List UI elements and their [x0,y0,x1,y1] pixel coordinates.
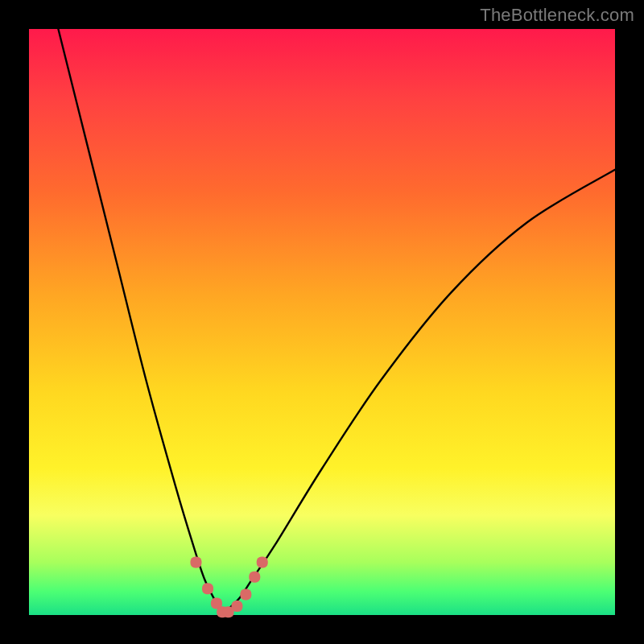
marker-point [257,556,268,568]
marker-point [202,583,213,594]
plot-area [29,29,615,615]
bottleneck-curve [58,29,615,615]
marker-point [240,589,251,601]
highlight-markers [190,556,267,617]
marker-point [249,572,260,583]
chart-svg [29,29,615,615]
watermark-text: TheBottleneck.com [480,5,634,26]
outer-frame: TheBottleneck.com [0,0,644,644]
marker-point [231,601,242,612]
marker-point [190,556,201,568]
